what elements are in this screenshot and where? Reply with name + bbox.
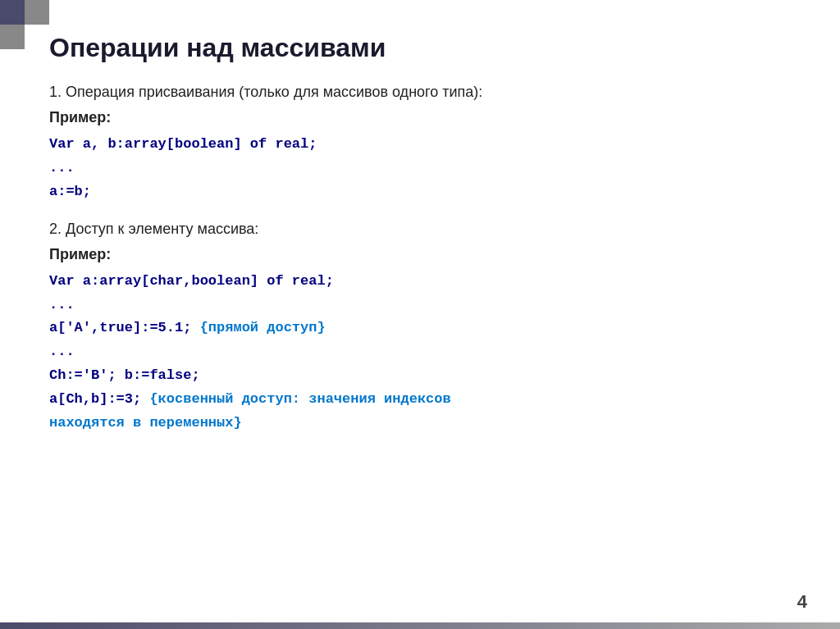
code-line-2-4: ... xyxy=(49,340,799,364)
code-comment-2-1: {прямой доступ} xyxy=(200,320,326,335)
slide-title: Операции над массивами xyxy=(41,33,799,63)
section1-code: Var a, b:array[boolean] of real; ... a:=… xyxy=(41,133,799,204)
section2-example-label: Пример: xyxy=(41,246,799,263)
code-comment-2-3: находятся в переменных} xyxy=(49,415,242,431)
section2-heading: 2. Доступ к элементу массива: xyxy=(41,221,799,238)
code-line-2-3: a['A',true]:=5.1; {прямой доступ} xyxy=(49,317,799,340)
code-line-1-2: ... xyxy=(49,157,799,180)
code-text-2-3: a['A',true]:=5.1; xyxy=(49,320,191,335)
code-line-1-1: Var a, b:array[boolean] of real; xyxy=(49,133,799,157)
code-line-2-6: a[Ch,b]:=3; {косвенный доступ: значения … xyxy=(49,388,799,412)
code-line-2-7: находятся в переменных} xyxy=(49,412,799,435)
page-number: 4 xyxy=(797,591,807,613)
code-text-2-6: a[Ch,b]:=3; xyxy=(49,391,141,407)
section1: 1. Операция присваивания (только для мас… xyxy=(41,84,799,204)
section2: 2. Доступ к элементу массива: Пример: Va… xyxy=(41,221,799,435)
section1-heading: 1. Операция присваивания (только для мас… xyxy=(41,84,799,101)
code-comment-2-2: {косвенный доступ: значения индексов xyxy=(149,391,450,407)
section1-example-label: Пример: xyxy=(41,109,799,126)
code-line-2-2: ... xyxy=(49,294,799,317)
bottom-bar xyxy=(0,622,840,629)
corner-decoration xyxy=(0,0,49,49)
code-line-2-5: Ch:='B'; b:=false; xyxy=(49,364,799,388)
code-line-2-1: Var a:array[char,boolean] of real; xyxy=(49,270,799,294)
slide-container: Операции над массивами 1. Операция присв… xyxy=(0,0,840,629)
code-line-1-3: a:=b; xyxy=(49,180,799,204)
section2-code: Var a:array[char,boolean] of real; ... a… xyxy=(41,270,799,435)
